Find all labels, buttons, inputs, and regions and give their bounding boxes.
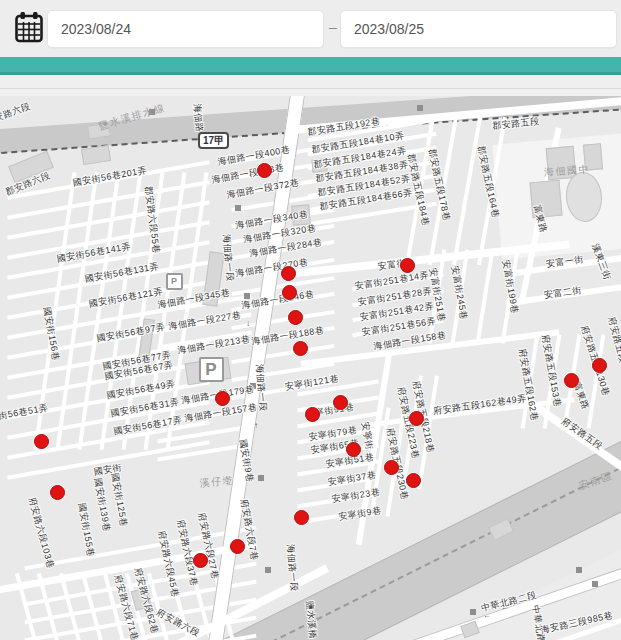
report-marker[interactable] bbox=[288, 310, 303, 325]
report-marker[interactable] bbox=[193, 553, 208, 568]
street-label: 府安路六段103巷 bbox=[25, 496, 57, 570]
street-label: 安富街199巷 bbox=[499, 259, 521, 315]
street-label: 府安路五段 bbox=[605, 315, 621, 364]
road-direction-arrow: ↑ bbox=[254, 421, 258, 430]
accent-bar bbox=[0, 57, 621, 75]
transit-stop-icon bbox=[258, 475, 264, 481]
report-marker[interactable] bbox=[293, 341, 308, 356]
street-label: 安富一街 bbox=[545, 253, 584, 271]
report-marker[interactable] bbox=[282, 285, 297, 300]
street-label: 府安路六段27巷 bbox=[195, 511, 222, 580]
report-marker[interactable] bbox=[384, 460, 399, 475]
report-marker[interactable] bbox=[294, 510, 309, 525]
report-marker[interactable] bbox=[564, 373, 579, 388]
street-label: 國安街155巷 bbox=[75, 502, 97, 558]
street-label: 府安路五段162巷49弄 bbox=[433, 392, 528, 418]
highway-shield-17jia: 17甲 bbox=[198, 132, 229, 149]
parking-icon: P bbox=[166, 273, 183, 290]
start-date-input[interactable] bbox=[47, 10, 324, 48]
street-label: 府安路五段153巷 bbox=[538, 334, 564, 409]
street-label: 國安街156巷 bbox=[40, 306, 62, 362]
street-label: 安富街245巷 bbox=[448, 265, 470, 321]
place-label: 溪仔墘 bbox=[199, 474, 235, 491]
street-label: 國安街56巷97弄 bbox=[96, 321, 167, 346]
road-direction-arrow: ↓ bbox=[246, 319, 250, 328]
street-label: 海佃路一段 bbox=[283, 544, 300, 592]
date-range-separator: – bbox=[326, 19, 340, 35]
report-marker[interactable] bbox=[400, 258, 415, 273]
street-label: 郡安路六段 bbox=[0, 100, 33, 128]
report-marker[interactable] bbox=[305, 407, 320, 422]
transit-stop-icon bbox=[470, 609, 476, 615]
transit-stop-icon bbox=[576, 567, 582, 573]
divider-line bbox=[0, 88, 621, 89]
toolbar-spacer bbox=[0, 75, 621, 96]
date-range-toolbar: – bbox=[0, 0, 621, 57]
transit-stop-icon bbox=[265, 567, 271, 573]
report-marker[interactable] bbox=[34, 434, 49, 449]
report-marker[interactable] bbox=[406, 473, 421, 488]
report-marker[interactable] bbox=[215, 391, 230, 406]
street-label: 國安街56巷51弄 bbox=[0, 402, 49, 427]
transit-stop-icon bbox=[417, 105, 423, 111]
report-marker[interactable] bbox=[230, 539, 245, 554]
report-marker[interactable] bbox=[50, 485, 65, 500]
report-marker[interactable] bbox=[281, 266, 296, 281]
street-label: 府安路五段 bbox=[559, 415, 605, 453]
report-marker[interactable] bbox=[409, 411, 424, 426]
report-marker[interactable] bbox=[592, 358, 607, 373]
calendar-icon[interactable] bbox=[15, 11, 43, 43]
report-marker[interactable] bbox=[257, 163, 272, 178]
street-label: 安富二街 bbox=[543, 284, 582, 302]
transit-stop-icon bbox=[235, 205, 241, 211]
transit-stop-icon bbox=[592, 581, 598, 587]
report-marker[interactable] bbox=[333, 395, 348, 410]
end-date-input[interactable] bbox=[340, 10, 617, 48]
map-canvas[interactable]: ↓↓↑←← 郡安路六段郡安路六段郡安路六段55巷海佃路海佃路一段海佃路一段海佃路… bbox=[0, 96, 621, 640]
parking-icon: P bbox=[199, 357, 224, 382]
report-marker[interactable] bbox=[346, 442, 361, 457]
street-label: 海佃路 bbox=[190, 103, 205, 133]
street-label: 府安路五段162巷 bbox=[515, 348, 541, 423]
